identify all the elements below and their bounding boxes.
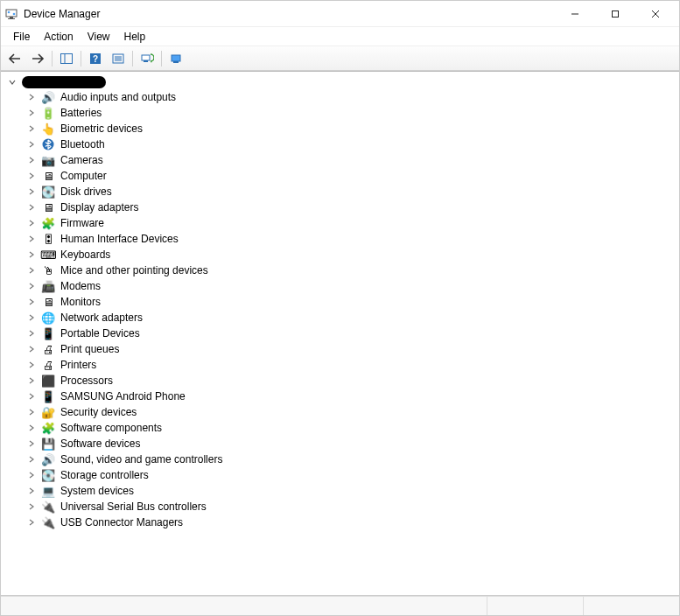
help-button[interactable]: ?	[85, 49, 106, 68]
tree-node[interactable]: 🔊Audio inputs and outputs	[24, 89, 676, 105]
svg-rect-1	[10, 17, 13, 18]
expander-right-icon[interactable]	[25, 122, 38, 135]
forward-button[interactable]	[27, 49, 48, 68]
expander-right-icon[interactable]	[25, 469, 38, 481]
tree-node[interactable]: 🌐Network adapters	[24, 310, 676, 326]
tree-node[interactable]: 🧩Software components	[24, 420, 676, 436]
tree-node[interactable]: 💽Storage controllers	[24, 467, 676, 483]
expander-right-icon[interactable]	[25, 107, 38, 119]
expander-right-icon[interactable]	[25, 343, 38, 355]
expander-right-icon[interactable]	[25, 390, 38, 402]
app-icon	[4, 7, 18, 21]
show-hide-console-tree-button[interactable]	[56, 49, 77, 68]
maximize-button[interactable]	[595, 1, 635, 27]
expander-down-icon[interactable]	[6, 76, 18, 88]
menu-view[interactable]: View	[81, 29, 117, 45]
status-bar	[1, 596, 679, 615]
tree-node-label: Mice and other pointing devices	[59, 264, 208, 276]
speaker-icon: 🔊	[41, 90, 55, 104]
tree-node[interactable]: 💾Software devices	[24, 436, 676, 452]
expander-right-icon[interactable]	[25, 374, 38, 387]
menu-bar: File Action View Help	[1, 27, 679, 46]
status-cell	[583, 597, 679, 615]
tree-node[interactable]: 📱SAMSUNG Android Phone	[24, 388, 676, 404]
expander-right-icon[interactable]	[25, 406, 38, 418]
svg-rect-20	[173, 61, 179, 63]
tree-node[interactable]: 📷Cameras	[24, 152, 676, 168]
tree-node-label: Cameras	[59, 154, 103, 166]
tree-node[interactable]: 📠Modems	[24, 278, 676, 294]
expander-right-icon[interactable]	[25, 280, 38, 292]
tree-node-label: Batteries	[59, 107, 102, 119]
close-button[interactable]	[635, 1, 676, 27]
tree-node[interactable]: 🔊Sound, video and game controllers	[24, 452, 676, 467]
expander-right-icon[interactable]	[25, 217, 38, 229]
tree-node[interactable]: 💽Disk drives	[24, 184, 676, 200]
tree-node[interactable]: 🖨Print queues	[24, 341, 676, 357]
expander-right-icon[interactable]	[25, 438, 38, 450]
computer-icon: 🖥	[41, 169, 55, 183]
usb-controller-icon: 🔌	[41, 500, 55, 514]
tree-node[interactable]: Bluetooth	[24, 136, 676, 152]
menu-file[interactable]: File	[6, 29, 37, 45]
tree-node-label: Audio inputs and outputs	[59, 91, 176, 103]
tree-node-label: Human Interface Devices	[59, 233, 179, 245]
expander-right-icon[interactable]	[25, 516, 38, 528]
title-bar: Device Manager	[1, 1, 679, 27]
tree-children: 🔊Audio inputs and outputs🔋Batteries👆Biom…	[24, 89, 676, 530]
expander-right-icon[interactable]	[25, 327, 38, 340]
expander-right-icon[interactable]	[25, 453, 38, 466]
tree-root-node[interactable]	[4, 75, 676, 89]
tree-node-label: Sound, video and game controllers	[59, 453, 222, 466]
tree-node-label: Software devices	[59, 438, 140, 450]
expander-right-icon[interactable]	[25, 296, 38, 308]
network-adapter-icon: 🌐	[41, 311, 55, 325]
svg-text:?: ?	[93, 54, 98, 64]
expander-right-icon[interactable]	[25, 154, 38, 166]
toolbar-separator	[132, 51, 133, 66]
tree-node-label: Software components	[59, 422, 162, 434]
tree-node[interactable]: 💻System devices	[24, 483, 676, 499]
tree-node[interactable]: 🖥Computer	[24, 168, 676, 184]
tree-node[interactable]: 🖨Printers	[24, 357, 676, 373]
tree-node[interactable]: 👆Biometric devices	[24, 121, 676, 136]
expander-right-icon[interactable]	[25, 359, 38, 371]
expander-right-icon[interactable]	[25, 201, 38, 214]
tree-node[interactable]: ⬛Processors	[24, 373, 676, 388]
expander-right-icon[interactable]	[25, 500, 38, 513]
modem-icon: 📠	[41, 279, 55, 293]
expander-right-icon[interactable]	[25, 264, 38, 276]
scan-hardware-button[interactable]	[137, 49, 158, 68]
expander-right-icon[interactable]	[25, 422, 38, 434]
minimize-button[interactable]	[555, 1, 595, 27]
tree-node-label: Disk drives	[59, 186, 112, 198]
tree-node[interactable]: 🖥Monitors	[24, 294, 676, 310]
tree-node[interactable]: 🎛Human Interface Devices	[24, 231, 676, 247]
tree-node[interactable]: 🖱Mice and other pointing devices	[24, 262, 676, 278]
expander-right-icon[interactable]	[25, 233, 38, 245]
svg-rect-19	[172, 55, 180, 61]
expander-right-icon[interactable]	[25, 485, 38, 497]
back-button[interactable]	[4, 49, 25, 68]
menu-action[interactable]: Action	[37, 29, 80, 45]
expander-right-icon[interactable]	[25, 91, 38, 103]
toolbar: ?	[1, 46, 679, 71]
expander-right-icon[interactable]	[25, 170, 38, 182]
menu-help[interactable]: Help	[117, 29, 153, 45]
tree-node[interactable]: 🔌USB Connector Managers	[24, 514, 676, 530]
properties-button[interactable]	[108, 49, 129, 68]
expander-right-icon[interactable]	[25, 312, 38, 324]
tree-node[interactable]: 🔐Security devices	[24, 404, 676, 420]
tree-node[interactable]: 📱Portable Devices	[24, 326, 676, 341]
add-legacy-hardware-button[interactable]	[165, 49, 186, 68]
tree-node-label: Portable Devices	[59, 327, 140, 340]
tree-node[interactable]: 🧩Firmware	[24, 215, 676, 231]
expander-right-icon[interactable]	[25, 138, 38, 150]
device-tree-container[interactable]: 🔊Audio inputs and outputs🔋Batteries👆Biom…	[1, 71, 679, 596]
tree-node[interactable]: 🔌Universal Serial Bus controllers	[24, 499, 676, 514]
tree-node[interactable]: 🔋Batteries	[24, 105, 676, 121]
tree-node[interactable]: 🖥Display adapters	[24, 200, 676, 215]
tree-node[interactable]: ⌨Keyboards	[24, 247, 676, 262]
expander-right-icon[interactable]	[25, 248, 38, 261]
expander-right-icon[interactable]	[25, 186, 38, 198]
